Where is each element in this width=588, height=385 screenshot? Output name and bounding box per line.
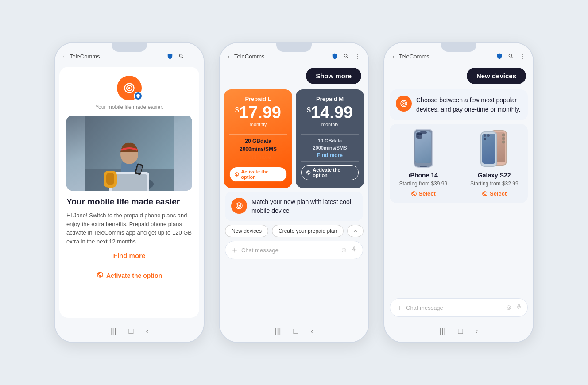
phone1-notch	[112, 43, 147, 52]
nav-home-icon-2: □	[294, 327, 298, 336]
phone1-notch-area	[55, 43, 204, 50]
phone2-chat-input[interactable]: Chat message	[241, 247, 338, 254]
plans-row: Prepaid L $ 17.99 monthly 20 GBdata 2000…	[223, 89, 365, 188]
shield-icon-3[interactable]	[496, 53, 503, 60]
phone-1: ← TeleComms ⋮	[54, 42, 205, 343]
galaxy-s22-select-label: Select	[490, 190, 507, 197]
iphone-14-image	[408, 130, 439, 170]
mic-icon[interactable]	[351, 246, 357, 254]
mic-icon-3[interactable]	[516, 304, 522, 312]
svg-point-41	[484, 138, 486, 140]
phone-2: ← TeleComms ⋮ Show more	[219, 42, 369, 343]
phone2-inner: Show more Prepaid L $ 17.99 monthly 20 G…	[220, 62, 368, 322]
phone1-app-title: TeleComms	[70, 53, 100, 60]
phone1-divider	[66, 266, 192, 266]
plan-l-find-more[interactable]: Find more	[245, 154, 271, 160]
back-arrow-icon-2[interactable]: ←	[227, 53, 232, 60]
phone1-find-more[interactable]: Find more	[66, 252, 192, 259]
chat-plus-icon[interactable]: ＋	[231, 245, 239, 255]
more-icon-3[interactable]: ⋮	[519, 53, 526, 60]
nav-back-icon-3: ‹	[475, 327, 478, 336]
phone1-back-title[interactable]: ← TeleComms	[62, 53, 100, 60]
chat-plus-icon-3[interactable]: ＋	[395, 302, 403, 313]
search-icon-2[interactable]	[343, 53, 350, 60]
phone1-topbar: ← TeleComms ⋮	[55, 50, 204, 62]
phone1-bottom-bar: ||| □ ‹	[55, 322, 204, 342]
emoji-icon[interactable]: ☺	[340, 246, 348, 254]
phone2-notch	[276, 43, 312, 52]
search-icon[interactable]	[178, 53, 185, 60]
new-devices-bubble[interactable]: New devices	[467, 68, 526, 84]
phone3-chat-input-row: ＋ Chat message ☺	[390, 298, 528, 317]
plan-l-currency: $	[235, 107, 239, 114]
phone-3: ← TeleComms ⋮ New devices	[383, 42, 534, 343]
galaxy-s22-card: Galaxy S22 Starting from $32.99 Select	[465, 130, 524, 197]
iphone-14-select-btn[interactable]: Select	[411, 190, 436, 197]
back-arrow-icon-3[interactable]: ←	[391, 53, 397, 60]
plan-m-price: $ 14.99	[307, 104, 353, 121]
more-icon-2[interactable]: ⋮	[354, 53, 361, 60]
device-info-text: Choose between a few most popular device…	[416, 96, 522, 114]
phone1-topbar-icons: ⋮	[166, 53, 197, 60]
chip-new-devices[interactable]: New devices	[225, 225, 268, 237]
svg-rect-13	[106, 173, 114, 185]
svg-point-39	[484, 134, 486, 137]
svg-rect-25	[420, 166, 427, 167]
chip-create-prepaid[interactable]: Create your prepaid plan	[272, 225, 344, 237]
phone3-bottom-bar: ||| □ ‹	[384, 322, 533, 342]
phone2-topbar-icons: ⋮	[331, 53, 361, 60]
device-info-logo	[396, 96, 412, 112]
phone3-chat-input[interactable]: Chat message	[406, 304, 503, 311]
phone3-notch-area	[384, 43, 533, 50]
hero-image	[66, 116, 192, 191]
phone2-app-title: TeleComms	[234, 53, 265, 60]
activate-globe-icon	[97, 271, 104, 280]
chip-extra[interactable]: ○	[347, 225, 364, 237]
phone3-notch	[441, 43, 476, 52]
plan-l-activate-btn[interactable]: Activate the option	[229, 167, 287, 182]
shield-icon[interactable]	[166, 53, 174, 60]
svg-point-34	[502, 137, 505, 140]
plan-m-activate-btn[interactable]: Activate the option	[301, 165, 359, 180]
phone3-app-title: TeleComms	[399, 53, 429, 60]
nav-bars-icon-2: |||	[275, 327, 281, 336]
nav-bars-icon-3: |||	[440, 327, 446, 336]
show-more-bubble[interactable]: Show more	[306, 68, 361, 84]
devices-divider	[459, 130, 459, 197]
phone2-topbar: ← TeleComms ⋮	[220, 50, 368, 62]
iphone-14-price: Starting from $39.99	[399, 181, 447, 187]
more-icon[interactable]: ⋮	[190, 53, 197, 60]
phone1-content: Your mobile life made easier.	[55, 62, 204, 322]
plan-m-data: 10 GBdata	[318, 138, 342, 143]
phone2-back-title[interactable]: ← TeleComms	[227, 53, 265, 60]
plan-m-find-more[interactable]: Find more	[317, 152, 343, 158]
match-bubble-logo	[231, 198, 247, 214]
phone1-card-text: Hi Jane! Switch to the prepaid phone pla…	[66, 211, 192, 246]
galaxy-s22-select-btn[interactable]: Select	[482, 190, 507, 197]
nav-home-icon: □	[129, 327, 134, 336]
phone3-topbar: ← TeleComms ⋮	[384, 50, 533, 62]
device-info-bubble: Choose between a few most popular device…	[390, 89, 528, 120]
phone3-back-title[interactable]: ← TeleComms	[391, 53, 429, 60]
plan-l-period: monthly	[250, 122, 267, 127]
galaxy-s22-image	[479, 130, 510, 170]
emoji-icon-3[interactable]: ☺	[505, 304, 512, 312]
phone1-activate-btn[interactable]: Activate the option	[97, 271, 162, 280]
phone1-activate-label: Activate the option	[106, 272, 162, 279]
plan-m-sms: 2000mins/SMS	[313, 145, 347, 150]
chat-input-icons: ☺	[340, 246, 357, 254]
chat-input-icons-3: ☺	[505, 304, 522, 312]
svg-point-16	[239, 205, 240, 207]
back-arrow-icon[interactable]: ←	[62, 53, 68, 60]
phone2-chat-input-row: ＋ Chat message ☺	[225, 241, 363, 259]
plan-m-name: Prepaid M	[316, 96, 344, 102]
search-icon-3[interactable]	[507, 53, 514, 60]
brand-logo	[117, 76, 142, 100]
svg-point-27	[417, 133, 419, 135]
plan-m-card: Prepaid M $ 14.99 monthly 10 GBdata 2000…	[296, 89, 364, 188]
match-bubble-text: Match your new plan with latest cool mob…	[251, 198, 357, 215]
plan-m-amount: 14.99	[311, 104, 353, 121]
nav-home-icon-3: □	[458, 327, 463, 336]
plan-l-amount: 17.99	[239, 104, 281, 121]
shield-icon-2[interactable]	[331, 53, 338, 60]
